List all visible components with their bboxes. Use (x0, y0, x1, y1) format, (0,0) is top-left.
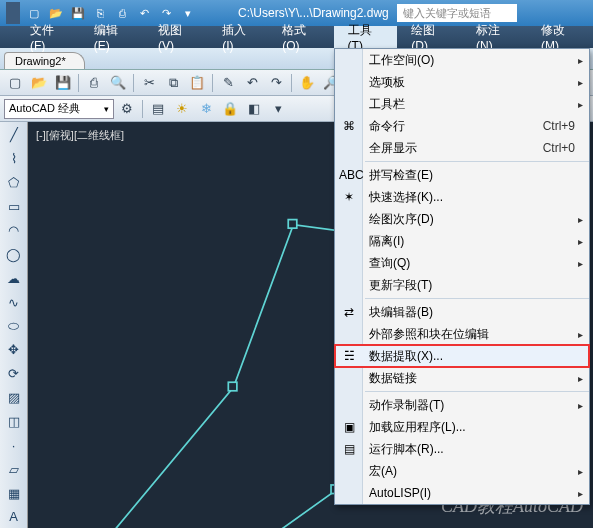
doc-tab-drawing2[interactable]: Drawing2* (4, 52, 85, 69)
cut-icon[interactable]: ✂ (138, 72, 160, 94)
menu-item[interactable]: ▤运行脚本(R)... (335, 438, 589, 460)
menu-item[interactable]: 绘图次序(D) (335, 208, 589, 230)
table-icon[interactable]: ▦ (3, 482, 25, 504)
menu-item[interactable]: ⌘命令行Ctrl+9 (335, 115, 589, 137)
menu-insert[interactable]: 插入(I) (208, 26, 268, 48)
redo-icon[interactable]: ↷ (265, 72, 287, 94)
menu-item-label: 外部参照和块在位编辑 (369, 326, 489, 343)
quick-access-toolbar: ▢ 📂 💾 ⎘ ⎙ ↶ ↷ ▾ (20, 3, 198, 23)
revcloud-icon[interactable]: ☁ (3, 267, 25, 289)
document-path: C:\Users\Y\...\Drawing2.dwg (238, 6, 389, 20)
plot-icon[interactable]: ⎙ (112, 3, 132, 23)
menu-item[interactable]: 更新字段(T) (335, 274, 589, 296)
qat-more-icon[interactable]: ▾ (178, 3, 198, 23)
menu-draw[interactable]: 绘图(D) (397, 26, 462, 48)
layer-color-icon[interactable]: ◧ (243, 98, 265, 120)
layer-more-icon[interactable]: ▾ (267, 98, 289, 120)
menu-item-label: 绘图次序(D) (369, 211, 434, 228)
open-icon[interactable]: 📂 (46, 3, 66, 23)
help-search-input[interactable]: 键入关键字或短语 (397, 4, 517, 22)
polygon-icon[interactable]: ⬠ (3, 172, 25, 194)
menu-item-icon: ⇄ (339, 305, 359, 319)
text-icon[interactable]: A (3, 506, 25, 528)
save-icon[interactable]: 💾 (52, 72, 74, 94)
menu-item[interactable]: ABC拼写检查(E) (335, 164, 589, 186)
new-icon[interactable]: ▢ (4, 72, 26, 94)
tools-dropdown: 工作空间(O)选项板工具栏⌘命令行Ctrl+9全屏显示Ctrl+0ABC拼写检查… (334, 48, 590, 505)
layer-freeze-icon[interactable]: ❄ (195, 98, 217, 120)
menu-item[interactable]: ☵数据提取(X)... (335, 345, 589, 367)
menu-separator (365, 298, 589, 299)
menu-item-label: 隔离(I) (369, 233, 404, 250)
spline-icon[interactable]: ∿ (3, 291, 25, 313)
polyline-icon[interactable]: ⌇ (3, 148, 25, 170)
rotate-icon[interactable]: ⟳ (3, 363, 25, 385)
pan-icon[interactable]: ✋ (296, 72, 318, 94)
point-icon[interactable]: ∙ (3, 434, 25, 456)
workspace-combo[interactable]: AutoCAD 经典 (4, 99, 114, 119)
menu-item[interactable]: 数据链接 (335, 367, 589, 389)
hatch-icon[interactable]: ▨ (3, 387, 25, 409)
rectangle-icon[interactable]: ▭ (3, 196, 25, 218)
redo-icon[interactable]: ↷ (156, 3, 176, 23)
menu-edit[interactable]: 编辑(E) (80, 26, 144, 48)
menu-bar: 文件(F) 编辑(E) 视图(V) 插入(I) 格式(O) 工具(T) 绘图(D… (0, 26, 593, 48)
menu-item-shortcut: Ctrl+0 (543, 141, 575, 155)
saveas-icon[interactable]: ⎘ (90, 3, 110, 23)
menu-modify[interactable]: 修改(M) (527, 26, 593, 48)
layer-props-icon[interactable]: ▤ (147, 98, 169, 120)
menu-view[interactable]: 视图(V) (144, 26, 208, 48)
circle-icon[interactable]: ◯ (3, 243, 25, 265)
menu-item[interactable]: 外部参照和块在位编辑 (335, 323, 589, 345)
menu-item-label: 工具栏 (369, 96, 405, 113)
app-menu-arrow[interactable] (6, 2, 20, 24)
menu-item[interactable]: 工作空间(O) (335, 49, 589, 71)
menu-item[interactable]: 工具栏 (335, 93, 589, 115)
layer-lock-icon[interactable]: 🔒 (219, 98, 241, 120)
svg-rect-1 (228, 382, 237, 391)
open-icon[interactable]: 📂 (28, 72, 50, 94)
gear-icon[interactable]: ⚙ (116, 98, 138, 120)
menu-item[interactable]: ✶快速选择(K)... (335, 186, 589, 208)
separator (133, 74, 134, 92)
menu-item[interactable]: 宏(A) (335, 460, 589, 482)
ellipse-icon[interactable]: ⬭ (3, 315, 25, 337)
block-icon[interactable]: ◫ (3, 411, 25, 433)
layer-off-icon[interactable]: ☀ (171, 98, 193, 120)
separator (212, 74, 213, 92)
new-icon[interactable]: ▢ (24, 3, 44, 23)
menu-item[interactable]: 选项板 (335, 71, 589, 93)
menu-item-label: 加载应用程序(L)... (369, 419, 466, 436)
menu-tools[interactable]: 工具(T) (334, 26, 398, 48)
save-icon[interactable]: 💾 (68, 3, 88, 23)
menu-item[interactable]: 隔离(I) (335, 230, 589, 252)
menu-item[interactable]: ⇄块编辑器(B) (335, 301, 589, 323)
menu-item[interactable]: ▣加载应用程序(L)... (335, 416, 589, 438)
menu-item[interactable]: 查询(Q) (335, 252, 589, 274)
match-icon[interactable]: ✎ (217, 72, 239, 94)
move-icon[interactable]: ✥ (3, 339, 25, 361)
preview-icon[interactable]: 🔍 (107, 72, 129, 94)
menu-item[interactable]: 全屏显示Ctrl+0 (335, 137, 589, 159)
region-icon[interactable]: ▱ (3, 458, 25, 480)
arc-icon[interactable]: ◠ (3, 220, 25, 242)
menu-item[interactable]: 动作录制器(T) (335, 394, 589, 416)
undo-icon[interactable]: ↶ (241, 72, 263, 94)
separator (78, 74, 79, 92)
draw-toolbar: ╱ ⌇ ⬠ ▭ ◠ ◯ ☁ ∿ ⬭ ✥ ⟳ ▨ ◫ ∙ ▱ ▦ A (0, 122, 28, 528)
undo-icon[interactable]: ↶ (134, 3, 154, 23)
menu-item-icon: ✶ (339, 190, 359, 204)
copy-icon[interactable]: ⧉ (162, 72, 184, 94)
separator (291, 74, 292, 92)
menu-item-label: 查询(Q) (369, 255, 410, 272)
plot-icon[interactable]: ⎙ (83, 72, 105, 94)
menu-item-label: 块编辑器(B) (369, 304, 433, 321)
menu-file[interactable]: 文件(F) (16, 26, 80, 48)
menu-dimension[interactable]: 标注(N) (462, 26, 527, 48)
paste-icon[interactable]: 📋 (186, 72, 208, 94)
menu-item[interactable]: AutoLISP(I) (335, 482, 589, 504)
menu-item-label: 运行脚本(R)... (369, 441, 444, 458)
line-icon[interactable]: ╱ (3, 124, 25, 146)
menu-item-shortcut: Ctrl+9 (543, 119, 575, 133)
menu-format[interactable]: 格式(O) (268, 26, 333, 48)
